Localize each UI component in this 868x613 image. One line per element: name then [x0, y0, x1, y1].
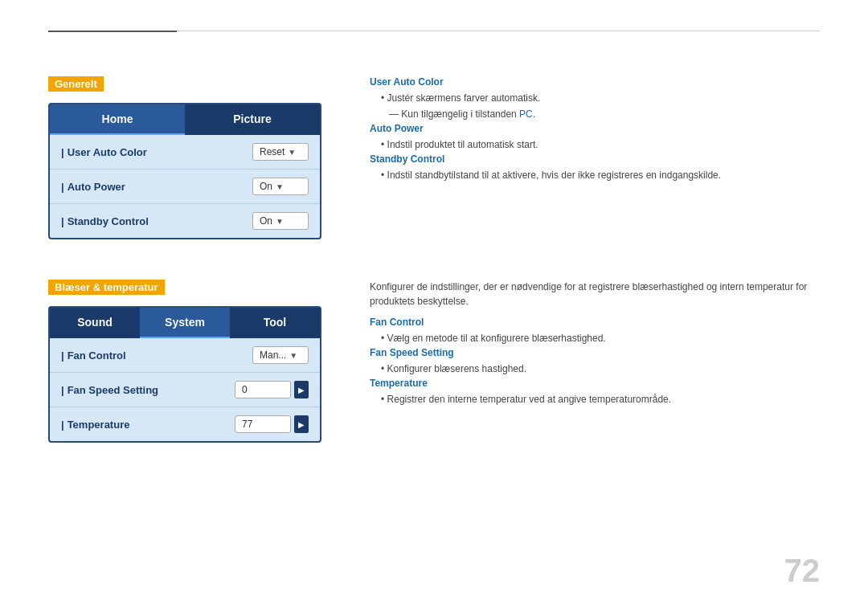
tab-home[interactable]: Home [50, 104, 185, 135]
fan-speed-next-button[interactable]: ▶ [294, 381, 309, 398]
menu-item-user-auto-color: User Auto Color Reset ▼ [50, 135, 320, 170]
user-auto-color-dropdown[interactable]: Reset ▼ [252, 143, 309, 161]
blaeser-tabs: Sound System Tool [50, 308, 320, 338]
desc-standby-control: Standby Control Indstil standbytilstand … [370, 153, 820, 182]
temperature-control[interactable]: 77 ▶ [235, 415, 309, 433]
generelt-right-panel: User Auto Color Justér skærmens farver a… [370, 76, 820, 239]
menu-item-standby-control: Standby Control On ▼ [50, 204, 320, 238]
user-auto-color-control[interactable]: Reset ▼ [252, 143, 309, 161]
tab-system[interactable]: System [140, 308, 230, 338]
fan-speed-control[interactable]: 0 ▶ [235, 381, 309, 398]
chevron-down-icon: ▼ [276, 182, 284, 191]
desc-auto-power: Auto Power Indstil produktet til automat… [370, 123, 820, 152]
blaeser-menu-box: Sound System Tool Fan Control [48, 306, 321, 443]
menu-item-auto-power: Auto Power On ▼ [50, 170, 320, 204]
tab-tool[interactable]: Tool [230, 308, 320, 338]
desc-user-auto-color: User Auto Color Justér skærmens farver a… [370, 76, 820, 121]
fan-control-dropdown[interactable]: Man... ▼ [252, 346, 309, 364]
generelt-badge: Generelt [48, 76, 104, 92]
page-number: 72 [784, 553, 821, 589]
menu-item-temperature: Temperature 77 ▶ [50, 407, 320, 441]
desc-fan-speed-setting: Fan Speed Setting Konfigurer blæserens h… [370, 347, 820, 376]
auto-power-dropdown[interactable]: On ▼ [252, 178, 309, 195]
generelt-left-panel: Generelt Home Picture User A [48, 76, 321, 239]
tab-sound[interactable]: Sound [50, 308, 140, 338]
temperature-value: 77 [235, 415, 291, 433]
tab-picture[interactable]: Picture [185, 104, 320, 135]
blaeser-left-panel: Blæser & temperatur Sound System Tool [48, 280, 321, 443]
chevron-down-icon: ▼ [288, 148, 296, 157]
chevron-down-icon: ▼ [289, 351, 297, 360]
blaeser-badge: Blæser & temperatur [48, 280, 165, 295]
chevron-down-icon: ▼ [276, 217, 284, 226]
auto-power-control[interactable]: On ▼ [252, 178, 309, 195]
desc-temperature: Temperature Registrer den interne temper… [370, 378, 820, 407]
menu-item-fan-speed-setting: Fan Speed Setting 0 ▶ [50, 373, 320, 407]
standby-control-control[interactable]: On ▼ [252, 212, 309, 230]
fan-speed-value: 0 [235, 381, 291, 398]
generelt-menu-items: User Auto Color Reset ▼ Auto Power [50, 135, 320, 238]
menu-item-fan-control: Fan Control Man... ▼ [50, 338, 320, 373]
blaeser-menu-items: Fan Control Man... ▼ Fan Speed Setting [50, 338, 320, 441]
generelt-tabs: Home Picture [50, 104, 320, 135]
desc-fan-control: Fan Control Vælg en metode til at konfig… [370, 317, 820, 345]
blaeser-right-panel: Konfigurer de indstillinger, der er nødv… [370, 280, 820, 443]
generelt-menu-box: Home Picture User Auto Color Reset [48, 103, 321, 239]
temperature-next-button[interactable]: ▶ [294, 415, 309, 433]
standby-control-dropdown[interactable]: On ▼ [252, 212, 309, 230]
fan-control-control[interactable]: Man... ▼ [252, 346, 309, 364]
